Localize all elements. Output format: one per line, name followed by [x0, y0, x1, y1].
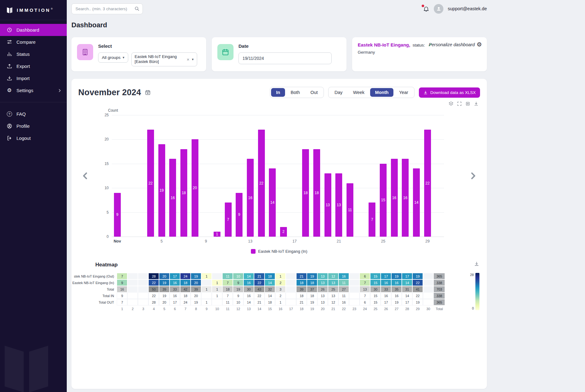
- bar-value-label: 16: [392, 196, 396, 200]
- bar[interactable]: 7: [369, 203, 375, 237]
- bar[interactable]: 22: [258, 130, 265, 237]
- download-xlsx-button[interactable]: Download data as XLSX: [419, 87, 480, 98]
- bar-value-label: 18: [304, 191, 308, 195]
- heatmap-cell: 26: [317, 286, 328, 292]
- prev-period-button[interactable]: [81, 171, 89, 182]
- date-input[interactable]: [238, 52, 332, 64]
- heatmap-axis-row: 1234567891011121314151617181920212223242…: [72, 305, 445, 312]
- heatmap-cell: 10: [233, 299, 243, 305]
- x-tick-label: [189, 239, 201, 243]
- x-tick-label: 21: [333, 239, 344, 243]
- x-tick-label: [411, 239, 422, 243]
- heatmap-cell: [349, 273, 360, 279]
- bar[interactable]: 11: [347, 183, 353, 237]
- toggle-in[interactable]: In: [271, 88, 285, 97]
- sidebar-item-faq[interactable]: ? FAQ: [0, 108, 67, 120]
- bar[interactable]: 22: [147, 130, 154, 237]
- heatmap-cell: 28: [148, 273, 159, 279]
- bar[interactable]: 18: [313, 149, 320, 237]
- heatmap-cell: [286, 279, 296, 286]
- bar[interactable]: 16: [391, 159, 398, 237]
- heatmap-cell: 30: [243, 286, 254, 292]
- next-period-button[interactable]: [469, 171, 477, 182]
- group-dropdown[interactable]: All groups ▾: [98, 52, 128, 63]
- chart-select-region-icon[interactable]: [457, 101, 462, 106]
- notifications-bell-icon[interactable]: [423, 6, 429, 12]
- sidebar-item-profile[interactable]: Profile: [0, 120, 67, 132]
- bar[interactable]: 22: [424, 130, 431, 237]
- heatmap-cell: 13: [317, 292, 328, 299]
- search-icon[interactable]: [134, 6, 140, 13]
- sidebar-menu: Dashboard Compare Status Export Import: [0, 24, 67, 144]
- search-input[interactable]: [71, 3, 143, 14]
- bar-value-label: 20: [193, 186, 197, 190]
- heatmap-cell: [349, 292, 360, 299]
- chart-reset-zoom-icon[interactable]: [465, 101, 470, 106]
- chart-layers-icon[interactable]: [448, 101, 454, 106]
- heatmap-cell: [212, 273, 222, 279]
- heatmap-cell: 22: [412, 279, 423, 286]
- clear-selection-icon[interactable]: ×: [187, 57, 189, 62]
- main-content: support@eastek.de Dashboard Select All g…: [67, 0, 585, 392]
- heatmap-row: stek NB-IoT Eingang (Out)728201724191111…: [72, 273, 445, 279]
- bar[interactable]: 20: [192, 139, 198, 237]
- sidebar-item-label: Logout: [16, 136, 31, 141]
- heatmap-cell: [349, 286, 360, 292]
- bar[interactable]: 16: [247, 159, 254, 237]
- bar-slot: 22: [256, 115, 267, 237]
- x-tick-label: [134, 239, 145, 243]
- avatar[interactable]: [434, 4, 443, 14]
- sidebar-item-dashboard[interactable]: Dashboard: [0, 24, 67, 36]
- sidebar-item-export[interactable]: Export: [0, 60, 67, 72]
- heatmap-col-label: 26: [381, 305, 391, 312]
- chart-download-icon[interactable]: [474, 101, 479, 106]
- toggle-day[interactable]: Day: [329, 88, 347, 97]
- heatmap-cell: 19: [191, 299, 201, 305]
- heatmap-cell: [127, 286, 138, 292]
- heatmap-row-label: Total IN: [72, 292, 117, 299]
- toggle-out[interactable]: Out: [306, 88, 323, 97]
- bar[interactable]: 13: [335, 173, 342, 237]
- sidebar-item-status[interactable]: Status: [0, 48, 67, 60]
- personalize-label: Personalize dashboard: [429, 42, 475, 47]
- bar[interactable]: 9: [236, 193, 243, 237]
- calendar-add-icon[interactable]: [145, 89, 151, 96]
- heatmap-cell: 9: [233, 279, 243, 286]
- toggle-week[interactable]: Week: [348, 88, 370, 97]
- chevron-down-icon[interactable]: ▾: [192, 57, 194, 61]
- heatmap-download-icon[interactable]: [474, 261, 479, 268]
- sidebar-item-import[interactable]: Import: [0, 72, 67, 84]
- toggle-month[interactable]: Month: [370, 88, 393, 97]
- bar[interactable]: 7: [225, 203, 232, 237]
- heatmap-total-cell: 338: [433, 279, 445, 286]
- sidebar-item-logout[interactable]: Logout: [0, 132, 67, 144]
- bar[interactable]: 1: [214, 232, 220, 237]
- bar[interactable]: 18: [180, 149, 187, 237]
- building-icon: [77, 44, 93, 60]
- download-xlsx-label: Download data as XLSX: [430, 90, 476, 95]
- heatmap-cell: 3: [275, 286, 286, 292]
- bar[interactable]: 2: [280, 227, 287, 237]
- x-tick-label: [400, 239, 411, 243]
- bar[interactable]: 9: [114, 193, 121, 237]
- sidebar-item-label: Profile: [16, 123, 30, 129]
- bar[interactable]: 16: [402, 159, 409, 237]
- sidebar-item-settings[interactable]: ⚙ Settings: [0, 84, 67, 96]
- bar-slot: 7: [223, 115, 234, 237]
- heatmap-cell: 18: [222, 286, 233, 292]
- sidebar-item-compare[interactable]: Compare: [0, 36, 67, 48]
- toggle-year[interactable]: Year: [394, 88, 413, 97]
- heatmap-cell: 17: [402, 299, 412, 305]
- bar[interactable]: 18: [302, 149, 309, 237]
- toggle-both[interactable]: Both: [286, 88, 305, 97]
- bar[interactable]: 13: [324, 173, 331, 237]
- bar[interactable]: 16: [169, 159, 176, 237]
- bar[interactable]: 14: [413, 168, 420, 237]
- select-card-title: Select: [98, 43, 201, 49]
- device-select[interactable]: Eastek NB-IoT Eingang [Eastek Büro] × ▾: [131, 52, 197, 66]
- personalize-dashboard-button[interactable]: Personalize dashboard ⚙: [429, 42, 482, 47]
- heatmap-cell: 33: [381, 286, 391, 292]
- bar[interactable]: 14: [269, 168, 276, 237]
- bar[interactable]: 15: [380, 164, 387, 237]
- bar[interactable]: 19: [158, 144, 165, 237]
